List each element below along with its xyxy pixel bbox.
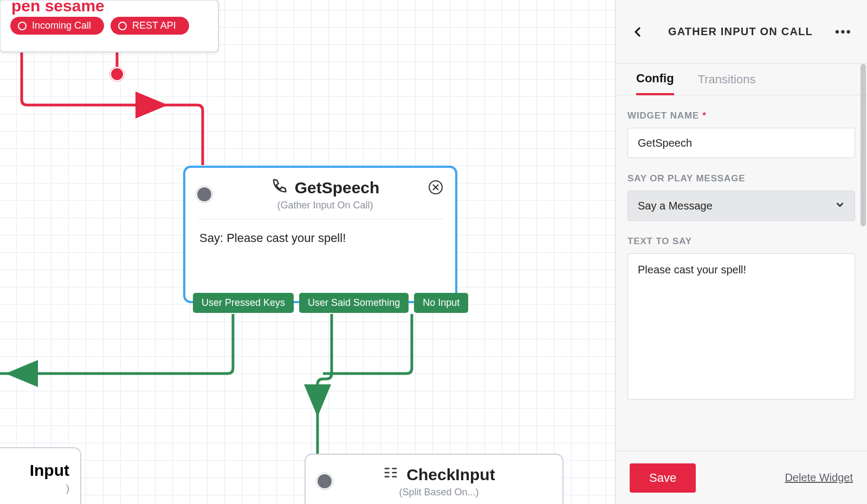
tab-transitions[interactable]: Transitions (698, 73, 756, 94)
tab-config[interactable]: Config (636, 71, 674, 95)
flow-title: pen sesame (11, 0, 105, 15)
say-or-play-select[interactable]: Say a Message (627, 191, 855, 221)
split-icon (383, 464, 399, 485)
trigger-rest-api[interactable]: REST API (111, 17, 189, 35)
close-icon[interactable] (428, 180, 443, 195)
save-button[interactable]: Save (630, 463, 696, 493)
widget-title: GetSpeech (295, 179, 380, 197)
label-say-or-play: SAY OR PLAY MESSAGE (627, 173, 855, 184)
output-user-pressed-keys[interactable]: User Pressed Keys (193, 293, 294, 313)
output-no-input[interactable]: No Input (414, 293, 468, 313)
chevron-down-icon (835, 200, 845, 212)
widget-checkinput[interactable]: CheckInput (Split Based On...) (305, 454, 564, 504)
widget-left-partial[interactable]: Input ) (0, 447, 81, 504)
widget-body: Say: Please cast your spell! (185, 219, 455, 257)
panel-title: GATHER INPUT ON CALL (657, 25, 824, 38)
scrollbar[interactable] (860, 64, 866, 226)
config-panel: GATHER INPUT ON CALL ••• Config Transiti… (615, 0, 867, 504)
widget-title: CheckInput (406, 466, 495, 484)
select-value: Say a Message (638, 200, 713, 212)
radio-icon (18, 22, 27, 30)
trigger-incoming-call[interactable]: Incoming Call (10, 17, 104, 35)
widget-getspeech[interactable]: GetSpeech (Gather Input On Call) Say: Pl… (183, 166, 457, 303)
widget-title: Input (0, 448, 80, 480)
output-user-said-something[interactable]: User Said Something (299, 293, 409, 313)
trigger-label: Incoming Call (32, 20, 91, 31)
trigger-label: REST API (132, 20, 176, 31)
connector-endpoint[interactable] (111, 68, 123, 80)
widget-subtitle: ) (0, 483, 80, 494)
text-to-say-input[interactable] (627, 253, 855, 400)
back-button[interactable] (631, 24, 646, 40)
label-widget-name: WIDGET NAME* (627, 110, 855, 121)
radio-icon (118, 22, 127, 30)
trigger-widget[interactable]: pen sesame Incoming Call REST API (0, 0, 219, 53)
phone-icon (271, 178, 287, 198)
widget-name-input[interactable] (627, 128, 855, 158)
widget-subtitle: (Split Based On...) (327, 487, 551, 498)
more-menu-icon[interactable]: ••• (835, 24, 852, 40)
panel-tabs: Config Transitions (616, 64, 867, 95)
delete-widget-link[interactable]: Delete Widget (785, 472, 853, 484)
widget-subtitle: (Gather Input On Call) (207, 200, 443, 211)
label-text-to-say: TEXT TO SAY (627, 236, 855, 247)
